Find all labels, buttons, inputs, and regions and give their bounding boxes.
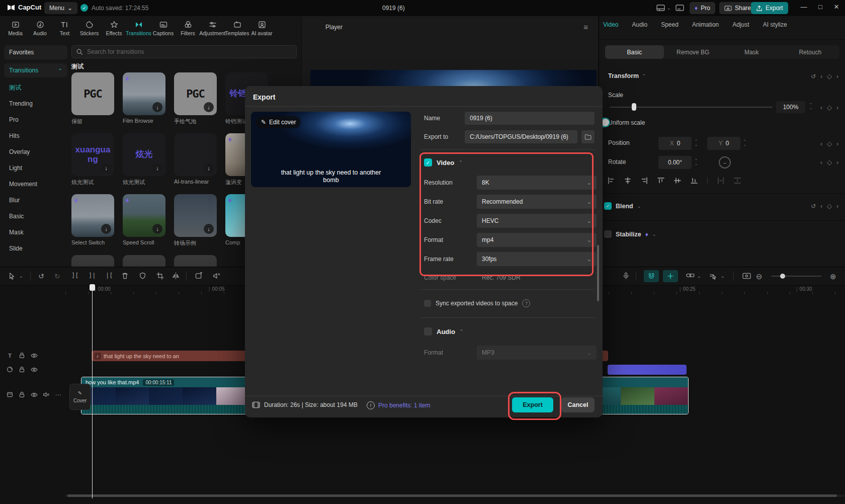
eye-icon[interactable]: [30, 391, 38, 398]
format-select[interactable]: mp4⌄: [477, 233, 597, 247]
sidebar-item-overlay[interactable]: Overlay: [9, 147, 57, 157]
lock-icon[interactable]: [18, 391, 26, 398]
nav-media[interactable]: Media: [3, 21, 28, 36]
split-icon[interactable]: ][: [71, 272, 78, 279]
transition-tile[interactable]: PGC ↓ 手绘气泡: [174, 72, 217, 125]
player-menu-icon[interactable]: ≡: [583, 23, 588, 31]
cover-button[interactable]: ✎ Cover: [69, 384, 91, 410]
stabilize-header[interactable]: Stabilize ♦ ⌄: [604, 230, 656, 238]
eye-icon[interactable]: [30, 366, 38, 373]
resolution-select[interactable]: 8K⌄: [477, 176, 597, 190]
nav-templates[interactable]: Templates: [225, 21, 249, 36]
keyframe-next-icon[interactable]: ›: [836, 140, 838, 147]
rotate-stepper[interactable]: ⌃⌄: [695, 159, 698, 165]
align-center-vertical-icon[interactable]: [674, 177, 681, 184]
mask-icon[interactable]: [139, 272, 146, 280]
keyframe-next-icon[interactable]: ›: [836, 104, 838, 111]
align-bottom-icon[interactable]: [691, 177, 698, 184]
maximize-button[interactable]: □: [815, 3, 826, 11]
video-checkbox[interactable]: ✓: [424, 158, 432, 166]
delete-right-icon[interactable]: |[: [106, 272, 113, 279]
transition-tile[interactable]: ↓ AI-trans-linear: [174, 133, 217, 186]
sidebar-item-trending[interactable]: Trending: [9, 99, 57, 109]
sidebar-item-transitions[interactable]: Transitions ⌃: [4, 63, 67, 77]
subtab-mask[interactable]: Mask: [722, 45, 781, 59]
zoom-out-icon[interactable]: ⊖: [756, 272, 763, 281]
position-x-field[interactable]: X0: [658, 137, 692, 150]
align-top-icon[interactable]: [657, 177, 664, 184]
dialog-scrollbar[interactable]: [597, 245, 599, 301]
delete-left-icon[interactable]: ]|: [89, 272, 96, 279]
keyframe-icon[interactable]: ◇: [827, 202, 832, 210]
undo-icon[interactable]: ↺: [38, 272, 44, 280]
name-input[interactable]: [465, 112, 595, 125]
edit-cover-button[interactable]: ✎ Edit cover: [256, 116, 301, 128]
help-icon[interactable]: ?: [522, 299, 530, 307]
auto-snap-button[interactable]: [663, 270, 678, 282]
position-y-field[interactable]: Y0: [707, 137, 740, 150]
keyframe-prev-icon[interactable]: ‹: [820, 203, 822, 210]
pro-button[interactable]: ♦ Pro: [690, 2, 715, 14]
nav-transitions[interactable]: Transitions: [126, 21, 151, 36]
keyframe-prev-icon[interactable]: ‹: [820, 159, 822, 166]
magnetic-snap-button[interactable]: [644, 270, 659, 282]
timeline-zoom-handle[interactable]: [780, 274, 785, 279]
playhead[interactable]: [92, 285, 93, 498]
redo-icon[interactable]: ↻: [54, 272, 60, 280]
mute-icon[interactable]: [42, 391, 50, 398]
tab-ai-stylize[interactable]: AI stylize: [763, 21, 787, 28]
sidebar-item-favorites[interactable]: Favorites: [4, 45, 67, 59]
subtab-basic[interactable]: Basic: [605, 45, 664, 59]
scale-slider[interactable]: [610, 107, 773, 108]
tab-speed[interactable]: Speed: [661, 21, 679, 28]
timeline-scrollbar[interactable]: [65, 494, 845, 497]
sidebar-item-light[interactable]: Light: [9, 163, 57, 173]
sidebar-item-movement[interactable]: Movement: [9, 179, 57, 189]
cancel-button[interactable]: Cancel: [561, 397, 595, 412]
browse-folder-button[interactable]: [581, 130, 595, 143]
transition-tile[interactable]: ↓ 转场示例: [174, 194, 217, 247]
sidebar-item-pro[interactable]: Pro: [9, 115, 57, 125]
keyframe-icon[interactable]: ◇: [827, 104, 832, 111]
lock-icon[interactable]: [18, 366, 26, 373]
framerate-select[interactable]: 30fps⌄: [477, 252, 597, 266]
nav-adjustment[interactable]: Adjustment: [200, 21, 225, 36]
crop-icon[interactable]: [156, 272, 164, 280]
transition-tile[interactable]: ♦ ↓ Select Switch: [71, 194, 114, 247]
tab-video[interactable]: Video: [603, 21, 618, 28]
nav-effects[interactable]: Effects: [102, 21, 126, 36]
keyframe-next-icon[interactable]: ›: [836, 203, 838, 210]
scale-stepper[interactable]: ⌃⌄: [809, 103, 812, 109]
tab-adjust[interactable]: Adjust: [732, 21, 749, 28]
nav-ai-avatar[interactable]: AI avatar: [249, 21, 274, 36]
align-left-icon[interactable]: [608, 177, 615, 184]
transform-header[interactable]: Transform ⌃: [608, 72, 646, 79]
tab-audio[interactable]: Audio: [632, 21, 647, 28]
delete-icon[interactable]: [121, 272, 129, 280]
mirror-icon[interactable]: [172, 272, 180, 280]
close-button[interactable]: ✕: [831, 3, 842, 11]
blend-header[interactable]: ✓ Blend ⌄: [604, 202, 641, 210]
scale-value[interactable]: 100%: [776, 101, 805, 113]
video-section-header[interactable]: ✓ Video ⌃: [424, 158, 463, 166]
pro-benefits[interactable]: ! Pro benefits: 1 item: [367, 401, 430, 409]
align-center-horizontal-icon[interactable]: [624, 177, 631, 184]
subtab-retouch[interactable]: Retouch: [781, 45, 840, 59]
keyframe-prev-icon[interactable]: ‹: [820, 73, 822, 80]
export-confirm-button[interactable]: Export: [512, 397, 553, 412]
reset-icon[interactable]: ↺: [811, 203, 816, 210]
sidebar-item-slide[interactable]: Slide: [9, 243, 57, 254]
more-icon[interactable]: ⋯: [54, 391, 62, 398]
sync-checkbox[interactable]: [424, 300, 431, 307]
keyframe-prev-icon[interactable]: ‹: [820, 104, 822, 111]
sidebar-item-hits[interactable]: Hits: [9, 131, 57, 141]
keyframe-next-icon[interactable]: ›: [836, 159, 838, 166]
nav-filters[interactable]: Filters: [176, 21, 200, 36]
select-tool-icon[interactable]: [8, 272, 16, 280]
overlay-clip[interactable]: [608, 365, 687, 375]
tab-animation[interactable]: Animation: [692, 21, 719, 28]
scale-slider-handle[interactable]: [632, 103, 636, 111]
bitrate-select[interactable]: Recommended⌄: [477, 195, 597, 209]
timeline-scrollbar-thumb[interactable]: [67, 494, 837, 497]
codec-select[interactable]: HEVC⌄: [477, 214, 597, 228]
